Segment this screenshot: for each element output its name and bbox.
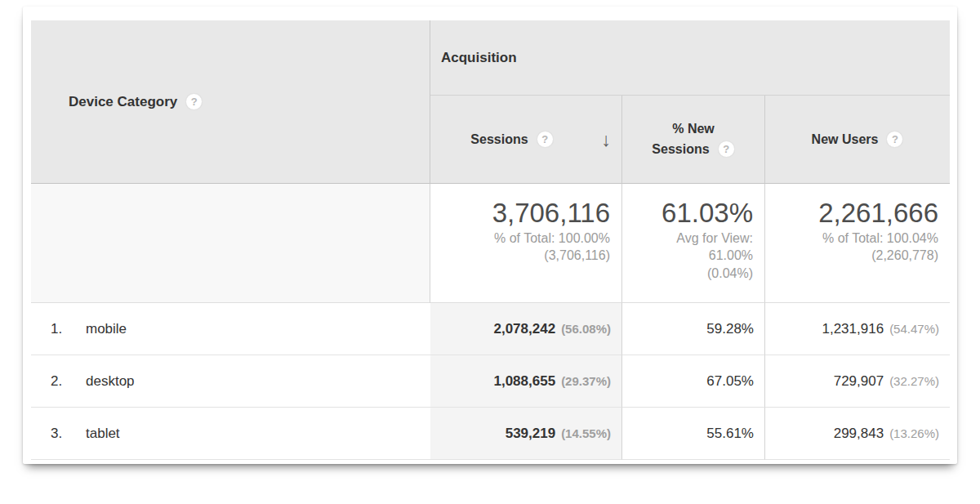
sort-descending-icon[interactable]: ↓ bbox=[602, 130, 612, 149]
pct-new-sessions-value: 59.28% bbox=[706, 321, 754, 337]
tablet-new-users-cell: 299,843 (13.26%) bbox=[765, 408, 950, 460]
sessions-share: (29.37%) bbox=[561, 374, 611, 388]
pct-new-sessions-delta: (0.04%) bbox=[622, 265, 753, 283]
column-header-new-users[interactable]: New Users ? bbox=[765, 96, 950, 184]
new-users-total-raw: (2,260,778) bbox=[765, 247, 938, 265]
column-header-sessions[interactable]: Sessions ? ↓ bbox=[430, 96, 622, 184]
summary-dimension-cell bbox=[31, 184, 430, 303]
group-header-acquisition: Acquisition bbox=[430, 20, 950, 96]
new-users-total: 2,261,666 bbox=[765, 197, 938, 230]
pct-new-sessions-avg-value: 61.00% bbox=[622, 247, 753, 265]
row-index: 2. bbox=[51, 373, 86, 390]
acquisition-label: Acquisition bbox=[441, 50, 517, 66]
new-users-share: (32.27%) bbox=[889, 374, 939, 388]
summary-new-users-cell: 2,261,666 % of Total: 100.04% (2,260,778… bbox=[765, 184, 950, 303]
new-users-value: 299,843 bbox=[834, 426, 884, 442]
desktop-new-users-cell: 729,907 (32.27%) bbox=[765, 355, 950, 408]
device-category-table: Device Category ? Acquisition Sessions ?… bbox=[31, 20, 950, 460]
tablet-sessions-cell: 539,219 (14.55%) bbox=[430, 408, 622, 460]
pct-new-sessions-total: 61.03% bbox=[622, 197, 753, 230]
new-users-header-label: New Users bbox=[812, 132, 879, 147]
table-row-label-tablet: 3. tablet bbox=[31, 408, 430, 460]
mobile-sessions-cell: 2,078,242 (56.08%) bbox=[430, 303, 622, 355]
help-icon[interactable]: ? bbox=[185, 93, 203, 110]
sessions-header-label: Sessions bbox=[470, 132, 528, 147]
sessions-total-raw: (3,706,116) bbox=[430, 247, 610, 265]
row-label: tablet bbox=[86, 426, 120, 442]
device-category-label: Device Category bbox=[69, 94, 177, 110]
help-icon[interactable]: ? bbox=[886, 131, 903, 148]
new-users-share: (13.26%) bbox=[889, 426, 939, 440]
mobile-new-users-cell: 1,231,916 (54.47%) bbox=[765, 303, 950, 355]
table-row-label-desktop: 2. desktop bbox=[31, 355, 430, 408]
row-index: 1. bbox=[51, 321, 86, 337]
sessions-value: 539,219 bbox=[506, 426, 555, 442]
new-users-value: 729,907 bbox=[834, 373, 884, 390]
new-users-share: (54.47%) bbox=[889, 322, 939, 336]
tablet-pct-new-sessions-cell: 55.61% bbox=[622, 408, 765, 460]
page: Device Category ? Acquisition Sessions ?… bbox=[0, 0, 980, 504]
help-icon[interactable]: ? bbox=[537, 131, 554, 148]
sessions-value: 2,078,242 bbox=[493, 321, 555, 337]
row-label: desktop bbox=[86, 373, 135, 390]
help-icon[interactable]: ? bbox=[718, 140, 735, 158]
summary-pct-new-sessions-cell: 61.03% Avg for View: 61.00% (0.04%) bbox=[622, 184, 765, 303]
column-header-pct-new-sessions[interactable]: % New Sessions ? bbox=[622, 96, 765, 184]
table-row-label-mobile: 1. mobile bbox=[31, 303, 430, 355]
row-label: mobile bbox=[86, 321, 127, 337]
pct-new-sessions-header-line2: Sessions bbox=[652, 140, 709, 160]
new-users-value: 1,231,916 bbox=[822, 321, 884, 337]
sessions-share: (56.08%) bbox=[561, 322, 611, 336]
sessions-value: 1,088,655 bbox=[493, 373, 555, 390]
pct-new-sessions-value: 67.05% bbox=[706, 373, 754, 390]
sessions-total-pct: % of Total: 100.00% bbox=[430, 230, 610, 248]
row-index: 3. bbox=[51, 426, 86, 442]
new-users-total-pct: % of Total: 100.04% bbox=[765, 230, 938, 248]
pct-new-sessions-header-line1: % New bbox=[672, 119, 715, 140]
desktop-pct-new-sessions-cell: 67.05% bbox=[622, 355, 765, 408]
desktop-sessions-cell: 1,088,655 (29.37%) bbox=[430, 355, 622, 408]
pct-new-sessions-avg-label: Avg for View: bbox=[622, 230, 753, 248]
summary-sessions-cell: 3,706,116 % of Total: 100.00% (3,706,116… bbox=[430, 184, 622, 303]
analytics-report-card: Device Category ? Acquisition Sessions ?… bbox=[23, 7, 957, 464]
pct-new-sessions-value: 55.61% bbox=[706, 426, 754, 442]
column-header-device-category: Device Category ? bbox=[31, 20, 430, 184]
sessions-share: (14.55%) bbox=[561, 426, 611, 440]
sessions-total: 3,706,116 bbox=[430, 197, 610, 230]
mobile-pct-new-sessions-cell: 59.28% bbox=[622, 303, 765, 355]
